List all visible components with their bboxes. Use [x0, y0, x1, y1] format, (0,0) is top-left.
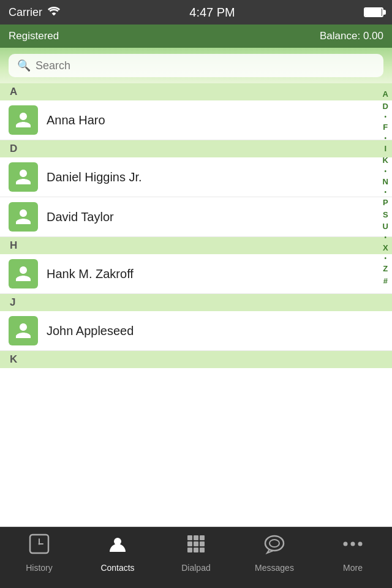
svg-point-15	[270, 540, 279, 547]
tab-dialpad-label: Dialpad	[181, 563, 210, 573]
balance-label: Balance: 0.00	[320, 30, 383, 42]
person-icon	[14, 208, 32, 226]
svg-rect-13	[200, 548, 205, 552]
svg-point-17	[351, 542, 355, 546]
person-icon	[14, 168, 32, 186]
contact-row[interactable]: John Appleseed	[0, 311, 392, 351]
contact-name: John Appleseed	[47, 324, 134, 338]
svg-rect-12	[194, 548, 198, 552]
alpha-s[interactable]: S	[380, 209, 391, 221]
tab-messages-label: Messages	[255, 563, 294, 573]
alpha-dot-g: •	[380, 134, 391, 143]
section-header-j: J	[0, 294, 392, 311]
search-input[interactable]	[36, 59, 375, 72]
svg-point-14	[265, 536, 284, 551]
svg-rect-6	[194, 535, 198, 540]
alpha-u[interactable]: U	[380, 221, 391, 233]
person-icon	[14, 111, 32, 129]
contact-name: Anna Haro	[47, 113, 105, 127]
alpha-dot-o: •	[380, 187, 391, 197]
svg-point-16	[344, 542, 348, 546]
alpha-dot-y: •	[380, 254, 391, 263]
battery-icon	[364, 7, 383, 17]
alpha-f[interactable]: F	[380, 121, 391, 134]
registration-status: Registered	[9, 30, 59, 42]
registration-bar: Registered Balance: 0.00	[0, 24, 392, 48]
wifi-icon	[47, 6, 61, 19]
dialpad-icon	[186, 533, 206, 559]
avatar	[9, 316, 38, 345]
search-container: 🔍	[0, 48, 392, 83]
alpha-hash[interactable]: #	[380, 275, 391, 287]
alpha-n[interactable]: N	[380, 176, 391, 188]
alpha-dot-e: •	[380, 112, 391, 121]
section-header-k: K	[0, 351, 392, 368]
carrier-label: Carrier	[9, 6, 42, 19]
contact-name: Hank M. Zakroff	[47, 267, 134, 281]
svg-rect-11	[187, 548, 192, 552]
tab-more-label: More	[343, 563, 363, 573]
tab-contacts-label: Contacts	[100, 563, 134, 573]
contact-name: Daniel Higgins Jr.	[47, 170, 142, 184]
contact-row[interactable]: Anna Haro	[0, 100, 392, 140]
status-carrier: Carrier	[9, 6, 61, 19]
search-box: 🔍	[9, 54, 383, 77]
search-icon: 🔍	[17, 59, 31, 72]
contact-row[interactable]: Daniel Higgins Jr.	[0, 157, 392, 197]
tab-bar: History Contacts Dialpad	[0, 527, 392, 588]
svg-rect-10	[200, 541, 205, 546]
alpha-dot-v: •	[380, 233, 391, 242]
contact-list: A Anna Haro D Daniel Higgins Jr. David T…	[0, 83, 392, 521]
alpha-a[interactable]: A	[380, 88, 391, 100]
avatar	[9, 259, 38, 288]
messages-icon	[263, 533, 285, 559]
avatar	[9, 105, 38, 135]
svg-rect-7	[200, 535, 205, 540]
status-battery	[364, 7, 383, 17]
svg-rect-9	[194, 541, 198, 546]
alpha-z[interactable]: Z	[380, 263, 391, 275]
section-header-h: H	[0, 237, 392, 254]
person-icon	[14, 265, 32, 283]
tab-contacts[interactable]: Contacts	[78, 533, 157, 573]
alpha-index: A D • F • I K • N • P S U • X • Z #	[380, 83, 391, 521]
tab-history-label: History	[26, 563, 53, 573]
status-bar: Carrier 4:47 PM	[0, 0, 392, 24]
tab-messages[interactable]: Messages	[235, 533, 314, 573]
tab-history[interactable]: History	[0, 533, 78, 573]
alpha-p[interactable]: P	[380, 197, 391, 209]
contact-row[interactable]: David Taylor	[0, 197, 392, 237]
alpha-dot-m: •	[380, 167, 391, 176]
alpha-k[interactable]: K	[380, 154, 391, 167]
svg-rect-5	[187, 535, 192, 540]
more-icon	[342, 533, 363, 559]
contact-name: David Taylor	[47, 210, 114, 224]
contacts-icon	[107, 533, 128, 559]
contact-row[interactable]: Hank M. Zakroff	[0, 254, 392, 294]
avatar	[9, 162, 38, 192]
status-time: 4:47 PM	[189, 6, 235, 20]
alpha-d[interactable]: D	[380, 100, 391, 113]
tab-dialpad[interactable]: Dialpad	[157, 533, 235, 573]
svg-rect-8	[187, 541, 192, 546]
tab-more[interactable]: More	[314, 533, 392, 573]
alpha-x[interactable]: X	[380, 242, 391, 254]
svg-point-18	[358, 542, 363, 546]
person-icon	[14, 322, 32, 340]
section-header-d: D	[0, 140, 392, 157]
section-header-a: A	[0, 83, 392, 100]
main-content: 🔍 A Anna Haro D Daniel Higgins Jr. David…	[0, 48, 392, 527]
avatar	[9, 202, 38, 232]
alpha-i[interactable]: I	[380, 143, 391, 155]
history-icon	[29, 533, 50, 559]
